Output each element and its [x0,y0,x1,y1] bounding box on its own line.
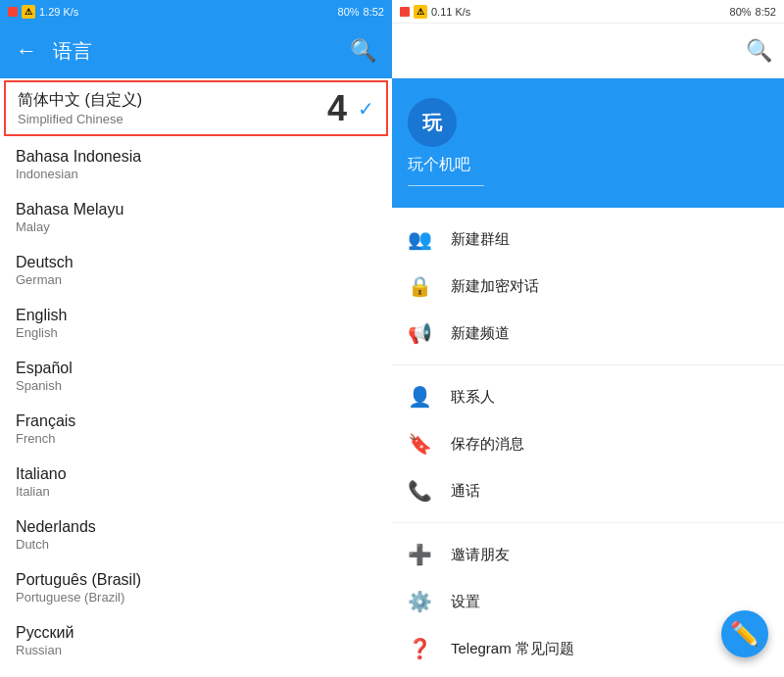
left-status-right: 80% 8:52 [338,6,384,18]
drawer-item-label: Telegram 常见问题 [451,640,574,658]
drawer-item-3[interactable]: 👤联系人 [392,373,784,420]
language-name: 简体中文 (自定义) [18,90,374,111]
language-subname: Simplified Chinese [18,112,374,126]
checkmark-icon: ✓ [358,97,374,121]
left-panel: ⚠ 1.29 K/s 80% 8:52 ← 语言 🔍 简体中文 (自定义)Sim… [0,0,392,677]
language-item-6[interactable]: FrançaisFrench [0,403,392,456]
drawer-section-3: ➕邀请朋友⚙️设置❓Telegram 常见问题 [392,523,784,677]
right-search-icon[interactable]: 🔍 [746,38,772,64]
right-status-right: 80% 8:52 [730,6,776,18]
language-subname: Dutch [16,537,376,552]
language-subname: Malay [16,219,376,234]
settings-icon: ⚙️ [408,590,431,613]
right-status-left: ⚠ 0.11 K/s [400,5,470,19]
avatar: 玩 [408,98,457,147]
language-item-0[interactable]: 简体中文 (自定义)Simplified Chinese4✓ [4,80,388,136]
bookmark-icon: 🔖 [408,432,431,456]
language-subname: Italian [16,484,376,499]
drawer-item-label: 新建群组 [451,230,510,249]
drawer-item-5[interactable]: 📞通话 [392,467,784,514]
drawer-section-2: 👤联系人🔖保存的消息📞通话 [392,365,784,523]
edit-icon: ✏️ [730,620,760,648]
language-item-9[interactable]: Português (Brasil)Portuguese (Brazil) [0,561,392,614]
left-speed: 1.29 K/s [39,6,78,18]
drawer-username: 玩个机吧 [408,155,768,175]
language-list: 简体中文 (自定义)Simplified Chinese4✓Bahasa Ind… [0,78,392,677]
drawer-item-6[interactable]: ➕邀请朋友 [392,531,784,578]
drawer-item-label: 设置 [451,593,480,611]
drawer-item-0[interactable]: 👥新建群组 [392,216,784,263]
language-item-8[interactable]: NederlandsDutch [0,508,392,561]
invite-icon: ➕ [408,543,431,566]
language-number: 4 [327,88,347,129]
drawer-item-label: 新建频道 [451,324,510,343]
drawer-item-label: 邀请朋友 [451,546,510,564]
language-item-5[interactable]: EspañolSpanish [0,350,392,403]
language-name: Italiano [16,465,376,483]
language-name: Bahasa Indonesia [16,148,376,166]
language-item-7[interactable]: ItalianoItalian [0,456,392,508]
drawer-item-label: 联系人 [451,388,495,407]
red-indicator [8,7,18,17]
language-subname: German [16,272,376,287]
right-panel: ⚠ 0.11 K/s 80% 8:52 🔍 玩 玩个机吧 —————— 👥新建群… [392,0,784,677]
right-top-bar: 🔍 [392,24,784,78]
language-subname: French [16,431,376,446]
left-status-left: ⚠ 1.29 K/s [8,5,78,19]
drawer-content: 玩 玩个机吧 —————— 👥新建群组🔒新建加密对话📢新建频道 👤联系人🔖保存的… [392,78,784,677]
drawer-item-label: 新建加密对话 [451,277,539,296]
language-subname: Indonesian [16,167,376,181]
back-button[interactable]: ← [16,38,37,64]
channel-icon: 📢 [408,321,431,345]
left-status-bar: ⚠ 1.29 K/s 80% 8:52 [0,0,392,24]
lock-icon: 🔒 [408,274,431,298]
right-warning-icon: ⚠ [414,5,427,19]
drawer-handle: —————— [408,177,768,192]
language-item-11[interactable]: УкраїнськаUkrainian [0,667,392,677]
language-name: Español [16,360,376,377]
drawer-header: 玩 玩个机吧 —————— [392,78,784,208]
language-name: Português (Brasil) [16,571,376,589]
left-time: 8:52 [364,6,384,18]
language-subname: Russian [16,643,376,657]
calls-icon: 📞 [408,479,431,503]
drawer-item-1[interactable]: 🔒新建加密对话 [392,263,784,310]
search-button[interactable]: 🔍 [350,38,376,64]
language-name: Русский [16,624,376,642]
language-subname: Spanish [16,378,376,393]
app-bar-title: 语言 [53,38,334,65]
language-name: English [16,307,376,324]
language-name: Nederlands [16,518,376,536]
drawer-item-4[interactable]: 🔖保存的消息 [392,420,784,467]
drawer-item-7[interactable]: ⚙️设置 [392,578,784,625]
language-name: Bahasa Melayu [16,201,376,218]
right-battery: 80% [730,6,752,18]
drawer-item-label: 通话 [451,482,480,501]
language-name: Français [16,412,376,430]
language-subname: English [16,325,376,340]
drawer-section-1: 👥新建群组🔒新建加密对话📢新建频道 [392,208,784,365]
language-item-3[interactable]: DeutschGerman [0,244,392,297]
right-red-indicator [400,7,410,17]
language-name: Deutsch [16,254,376,271]
language-subname: Portuguese (Brazil) [16,590,376,604]
language-item-2[interactable]: Bahasa MelayuMalay [0,191,392,244]
left-app-bar: ← 语言 🔍 [0,24,392,78]
right-status-bar: ⚠ 0.11 K/s 80% 8:52 [392,0,784,24]
left-battery: 80% [338,6,360,18]
group-icon: 👥 [408,227,431,251]
drawer-item-2[interactable]: 📢新建频道 [392,310,784,357]
language-item-10[interactable]: РусскийRussian [0,614,392,667]
help-icon: ❓ [408,637,431,660]
compose-fab[interactable]: ✏️ [721,610,768,657]
language-item-1[interactable]: Bahasa IndonesiaIndonesian [0,138,392,191]
contacts-icon: 👤 [408,385,431,409]
right-time: 8:52 [756,6,776,18]
drawer-item-label: 保存的消息 [451,435,524,454]
language-item-4[interactable]: EnglishEnglish [0,297,392,350]
right-speed: 0.11 K/s [431,6,470,18]
warning-icon: ⚠ [22,5,35,19]
